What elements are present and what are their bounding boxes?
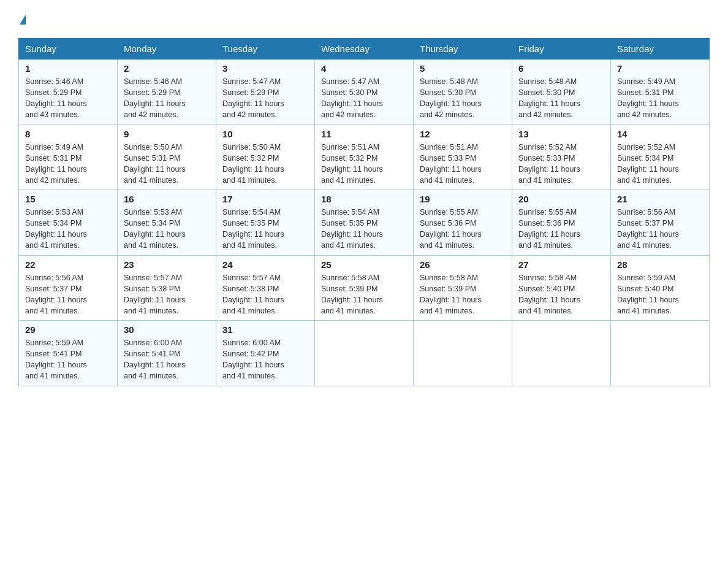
calendar-cell: 31Sunrise: 6:00 AM Sunset: 5:42 PM Dayli… <box>216 321 315 386</box>
day-sun-info: Sunrise: 5:51 AM Sunset: 5:32 PM Dayligh… <box>321 142 407 186</box>
day-number: 14 <box>617 129 703 139</box>
calendar-table: SundayMondayTuesdayWednesdayThursdayFrid… <box>18 38 710 386</box>
header-friday: Friday <box>512 39 611 59</box>
day-sun-info: Sunrise: 5:54 AM Sunset: 5:35 PM Dayligh… <box>321 207 407 251</box>
day-number: 2 <box>124 63 210 74</box>
header-sunday: Sunday <box>19 39 118 59</box>
day-number: 23 <box>124 259 210 270</box>
calendar-header-row: SundayMondayTuesdayWednesdayThursdayFrid… <box>19 39 710 59</box>
day-number: 10 <box>222 129 308 139</box>
logo <box>18 17 26 27</box>
page-header <box>18 12 710 27</box>
calendar-cell: 9Sunrise: 5:50 AM Sunset: 5:31 PM Daylig… <box>118 124 216 190</box>
day-number: 29 <box>25 324 111 335</box>
calendar-week-row: 1Sunrise: 5:46 AM Sunset: 5:29 PM Daylig… <box>19 59 710 125</box>
day-sun-info: Sunrise: 5:59 AM Sunset: 5:41 PM Dayligh… <box>25 337 111 382</box>
day-sun-info: Sunrise: 5:48 AM Sunset: 5:30 PM Dayligh… <box>420 76 506 121</box>
calendar-cell: 26Sunrise: 5:58 AM Sunset: 5:39 PM Dayli… <box>414 255 512 321</box>
day-sun-info: Sunrise: 5:46 AM Sunset: 5:29 PM Dayligh… <box>124 76 210 121</box>
day-number: 9 <box>124 129 210 139</box>
day-number: 18 <box>321 194 407 204</box>
day-number: 26 <box>420 259 506 270</box>
day-sun-info: Sunrise: 5:52 AM Sunset: 5:34 PM Dayligh… <box>617 142 703 186</box>
day-number: 7 <box>617 63 703 74</box>
calendar-cell: 30Sunrise: 6:00 AM Sunset: 5:41 PM Dayli… <box>118 321 216 386</box>
day-sun-info: Sunrise: 5:49 AM Sunset: 5:31 PM Dayligh… <box>617 76 703 121</box>
day-number: 24 <box>222 259 308 270</box>
day-sun-info: Sunrise: 5:59 AM Sunset: 5:40 PM Dayligh… <box>617 272 703 317</box>
calendar-cell <box>315 321 414 386</box>
calendar-cell: 29Sunrise: 5:59 AM Sunset: 5:41 PM Dayli… <box>19 321 118 386</box>
header-thursday: Thursday <box>414 39 512 59</box>
day-number: 11 <box>321 129 407 139</box>
calendar-cell <box>414 321 512 386</box>
day-number: 30 <box>124 324 210 335</box>
day-sun-info: Sunrise: 5:58 AM Sunset: 5:40 PM Dayligh… <box>518 272 604 317</box>
calendar-cell <box>611 321 710 386</box>
day-sun-info: Sunrise: 5:56 AM Sunset: 5:37 PM Dayligh… <box>617 207 703 251</box>
day-sun-info: Sunrise: 5:50 AM Sunset: 5:32 PM Dayligh… <box>222 142 308 186</box>
day-sun-info: Sunrise: 5:53 AM Sunset: 5:34 PM Dayligh… <box>25 207 111 251</box>
day-number: 25 <box>321 259 407 270</box>
header-wednesday: Wednesday <box>315 39 414 59</box>
calendar-cell: 20Sunrise: 5:55 AM Sunset: 5:36 PM Dayli… <box>512 190 611 256</box>
calendar-cell: 13Sunrise: 5:52 AM Sunset: 5:33 PM Dayli… <box>512 124 611 190</box>
day-sun-info: Sunrise: 5:55 AM Sunset: 5:36 PM Dayligh… <box>420 207 506 251</box>
day-sun-info: Sunrise: 5:48 AM Sunset: 5:30 PM Dayligh… <box>518 76 604 121</box>
day-sun-info: Sunrise: 5:57 AM Sunset: 5:38 PM Dayligh… <box>222 272 308 317</box>
calendar-cell: 16Sunrise: 5:53 AM Sunset: 5:34 PM Dayli… <box>118 190 216 256</box>
day-sun-info: Sunrise: 6:00 AM Sunset: 5:42 PM Dayligh… <box>222 337 308 382</box>
day-number: 3 <box>222 63 308 74</box>
day-sun-info: Sunrise: 5:57 AM Sunset: 5:38 PM Dayligh… <box>124 272 210 317</box>
day-number: 16 <box>124 194 210 204</box>
day-number: 8 <box>25 129 111 139</box>
calendar-cell: 18Sunrise: 5:54 AM Sunset: 5:35 PM Dayli… <box>315 190 414 256</box>
calendar-cell: 21Sunrise: 5:56 AM Sunset: 5:37 PM Dayli… <box>611 190 710 256</box>
calendar-cell: 24Sunrise: 5:57 AM Sunset: 5:38 PM Dayli… <box>216 255 315 321</box>
calendar-week-row: 8Sunrise: 5:49 AM Sunset: 5:31 PM Daylig… <box>19 124 710 190</box>
day-sun-info: Sunrise: 5:55 AM Sunset: 5:36 PM Dayligh… <box>518 207 604 251</box>
calendar-cell: 1Sunrise: 5:46 AM Sunset: 5:29 PM Daylig… <box>19 59 118 125</box>
day-number: 6 <box>518 63 604 74</box>
day-number: 13 <box>518 129 604 139</box>
day-number: 15 <box>25 194 111 204</box>
calendar-cell: 5Sunrise: 5:48 AM Sunset: 5:30 PM Daylig… <box>414 59 512 125</box>
calendar-week-row: 29Sunrise: 5:59 AM Sunset: 5:41 PM Dayli… <box>19 321 710 386</box>
day-number: 21 <box>617 194 703 204</box>
header-tuesday: Tuesday <box>216 39 315 59</box>
calendar-cell: 28Sunrise: 5:59 AM Sunset: 5:40 PM Dayli… <box>611 255 710 321</box>
calendar-cell: 12Sunrise: 5:51 AM Sunset: 5:33 PM Dayli… <box>414 124 512 190</box>
calendar-cell: 10Sunrise: 5:50 AM Sunset: 5:32 PM Dayli… <box>216 124 315 190</box>
day-number: 5 <box>420 63 506 74</box>
day-number: 20 <box>518 194 604 204</box>
day-number: 17 <box>222 194 308 204</box>
day-number: 27 <box>518 259 604 270</box>
calendar-cell <box>512 321 611 386</box>
day-number: 4 <box>321 63 407 74</box>
day-sun-info: Sunrise: 5:54 AM Sunset: 5:35 PM Dayligh… <box>222 207 308 251</box>
day-sun-info: Sunrise: 5:56 AM Sunset: 5:37 PM Dayligh… <box>25 272 111 317</box>
calendar-cell: 11Sunrise: 5:51 AM Sunset: 5:32 PM Dayli… <box>315 124 414 190</box>
day-sun-info: Sunrise: 5:58 AM Sunset: 5:39 PM Dayligh… <box>321 272 407 317</box>
calendar-cell: 2Sunrise: 5:46 AM Sunset: 5:29 PM Daylig… <box>118 59 216 125</box>
day-sun-info: Sunrise: 5:46 AM Sunset: 5:29 PM Dayligh… <box>25 76 111 121</box>
calendar-cell: 14Sunrise: 5:52 AM Sunset: 5:34 PM Dayli… <box>611 124 710 190</box>
day-sun-info: Sunrise: 5:47 AM Sunset: 5:30 PM Dayligh… <box>321 76 407 121</box>
day-number: 1 <box>25 63 111 74</box>
day-number: 31 <box>222 324 308 335</box>
day-sun-info: Sunrise: 5:49 AM Sunset: 5:31 PM Dayligh… <box>25 142 111 186</box>
day-number: 22 <box>25 259 111 270</box>
calendar-cell: 6Sunrise: 5:48 AM Sunset: 5:30 PM Daylig… <box>512 59 611 125</box>
header-monday: Monday <box>118 39 216 59</box>
calendar-cell: 23Sunrise: 5:57 AM Sunset: 5:38 PM Dayli… <box>118 255 216 321</box>
header-saturday: Saturday <box>611 39 710 59</box>
calendar-cell: 3Sunrise: 5:47 AM Sunset: 5:29 PM Daylig… <box>216 59 315 125</box>
calendar-cell: 15Sunrise: 5:53 AM Sunset: 5:34 PM Dayli… <box>19 190 118 256</box>
day-number: 28 <box>617 259 703 270</box>
calendar-cell: 22Sunrise: 5:56 AM Sunset: 5:37 PM Dayli… <box>19 255 118 321</box>
calendar-cell: 25Sunrise: 5:58 AM Sunset: 5:39 PM Dayli… <box>315 255 414 321</box>
day-number: 19 <box>420 194 506 204</box>
calendar-cell: 27Sunrise: 5:58 AM Sunset: 5:40 PM Dayli… <box>512 255 611 321</box>
day-sun-info: Sunrise: 5:52 AM Sunset: 5:33 PM Dayligh… <box>518 142 604 186</box>
calendar-cell: 7Sunrise: 5:49 AM Sunset: 5:31 PM Daylig… <box>611 59 710 125</box>
